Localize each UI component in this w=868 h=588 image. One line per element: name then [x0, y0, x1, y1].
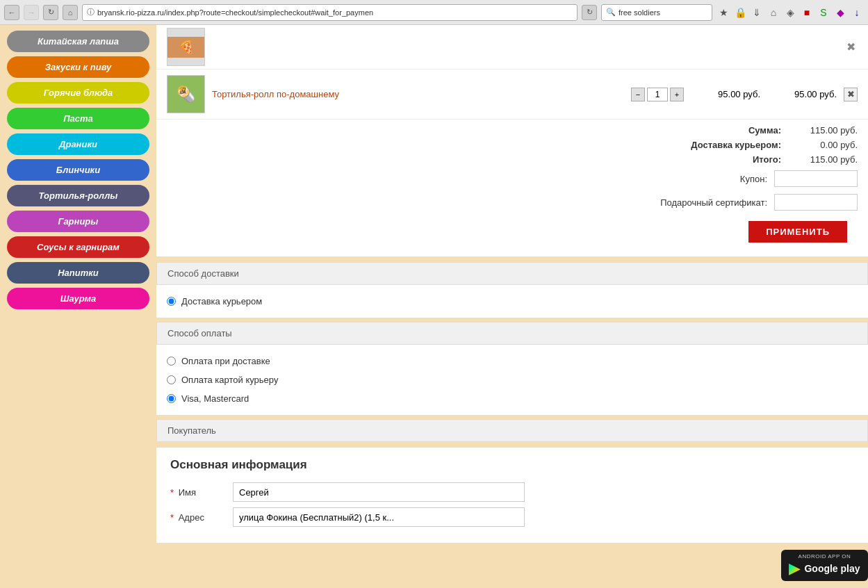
payment-section-header: Способ оплаты [156, 322, 868, 345]
basic-info-title: Основная информация [170, 458, 854, 472]
subtotal-row: Сумма: 115.00 руб. [167, 123, 858, 138]
subtotal-label: Сумма: [748, 125, 781, 136]
payment-visa-label: Visa, Mastercard [181, 393, 249, 404]
search-text: free soldiers [619, 8, 660, 17]
delivery-title: Способ доставки [167, 268, 239, 279]
address-required-star: * [170, 512, 174, 523]
cart-item-tortilla-remove[interactable]: ✖ [844, 88, 858, 101]
browser-chrome: ← → ↻ ⌂ ⓘ bryansk.rio-pizza.ru/index.php… [0, 0, 868, 25]
gp-top-text: ANDROID APP ON [799, 553, 851, 560]
sidebar-item-hot-dishes[interactable]: Горячие блюда [7, 82, 149, 104]
total-value: 115.00 руб. [795, 154, 858, 165]
reload-button[interactable]: ↻ [43, 5, 58, 20]
summary-section: Сумма: 115.00 руб. Доставка курьером: 0.… [156, 120, 868, 256]
delivery-section-header: Способ доставки [156, 262, 868, 285]
qty-increase-tortilla[interactable]: + [670, 88, 684, 101]
delivery-courier-label: Доставка курьером [181, 296, 262, 307]
coupon-input[interactable] [774, 170, 858, 187]
sidebar-item-chinese-noodles[interactable]: Китайская лапша [7, 31, 149, 52]
payment-title: Способ оплаты [167, 328, 232, 338]
cart-item-tortilla-total-price: 95.00 руб. [767, 89, 837, 99]
forward-button[interactable]: → [24, 5, 39, 20]
name-row: * Имя [170, 482, 854, 502]
address-bar[interactable]: ⓘ bryansk.rio-pizza.ru/index.php?route=c… [82, 4, 578, 21]
delivery-courier-option: Доставка курьером [167, 292, 858, 311]
name-label: * Имя [170, 487, 226, 498]
payment-card-courier-radio[interactable] [167, 375, 176, 384]
gp-main-text: Google play [804, 564, 860, 573]
main-layout: Китайская лапша Закуски к пиву Горячие б… [0, 25, 868, 588]
sidebar-item-tortilla-rolls[interactable]: Тортилья-роллы [7, 185, 149, 206]
shield-icon[interactable]: ◈ [783, 6, 797, 19]
gp-text-block: Google play [804, 564, 860, 573]
cart-item-tortilla-name[interactable]: Тортилья-ролл по-домашнему [212, 89, 624, 99]
sidebar: Китайская лапша Закуски к пиву Горячие б… [0, 25, 156, 588]
qty-decrease-tortilla[interactable]: − [631, 88, 645, 101]
payment-visa-option: Visa, Mastercard [167, 389, 858, 408]
ext-icon4[interactable]: ↓ [850, 6, 864, 19]
delivery-label: Доставка курьером: [691, 140, 781, 150]
cart-item-tortilla: 🌯 Тортилья-ролл по-домашнему − 1 + 95.00… [156, 70, 868, 120]
sidebar-item-drinks[interactable]: Напитки [7, 262, 149, 284]
address-input[interactable] [233, 507, 525, 527]
address-label: * Адрес [170, 512, 226, 523]
gift-cert-row: Подарочный сертификат: [167, 190, 858, 214]
address-row: * Адрес [170, 507, 854, 527]
sidebar-item-sauces[interactable]: Соусы к гарнирам [7, 236, 149, 258]
payment-card-courier-label: Оплата картой курьеру [181, 375, 278, 385]
delivery-section-body: Доставка курьером [156, 285, 868, 318]
payment-card-courier-option: Оплата картой курьеру [167, 370, 858, 389]
cart-item-partial-img: 🍕 [167, 28, 205, 66]
name-input[interactable] [233, 482, 525, 502]
payment-cash-label: Оплата при доставке [181, 356, 270, 366]
payment-cash-radio[interactable] [167, 357, 176, 366]
gift-cert-input[interactable] [774, 194, 858, 211]
sidebar-item-draniki[interactable]: Драники [7, 133, 149, 155]
ext-icon1[interactable]: ■ [800, 6, 814, 19]
lock-icon[interactable]: 🔒 [733, 6, 747, 19]
total-label: Итого: [753, 154, 781, 165]
sidebar-item-beer-snacks[interactable]: Закуски к пиву [7, 56, 149, 78]
buyer-title: Покупатель [167, 425, 216, 436]
apply-btn-row: ПРИМЕНИТЬ [167, 214, 858, 253]
coupon-row: Купон: [167, 167, 858, 190]
ext-icon2[interactable]: S [817, 6, 830, 19]
delivery-value: 0.00 руб. [795, 140, 858, 150]
apply-button[interactable]: ПРИМЕНИТЬ [748, 221, 847, 243]
google-play-badge[interactable]: ANDROID APP ON ▶ Google play [781, 550, 868, 581]
sidebar-item-pasta[interactable]: Паста [7, 108, 149, 129]
cart-item-tortilla-img: 🌯 [167, 75, 205, 113]
toolbar-icons: ★ 🔒 ⇓ ⌂ ◈ ■ S ◆ ↓ [716, 6, 864, 19]
back-button[interactable]: ← [4, 5, 19, 20]
payment-section-body: Оплата при доставке Оплата картой курьер… [156, 345, 868, 415]
gp-play-icon: ▶ [789, 560, 801, 578]
star-icon[interactable]: ★ [716, 6, 730, 19]
delivery-courier-radio[interactable] [167, 297, 176, 306]
home-icon[interactable]: ⌂ [767, 6, 780, 19]
qty-control-tortilla: − 1 + [631, 88, 684, 101]
refresh-button[interactable]: ↻ [582, 5, 597, 20]
name-required-star: * [170, 487, 174, 498]
gift-cert-label: Подарочный сертификат: [660, 197, 767, 208]
sidebar-item-pancakes[interactable]: Блинчики [7, 159, 149, 181]
gp-logo-row: ▶ Google play [789, 560, 860, 578]
sidebar-item-shawarma[interactable]: Шаурма [7, 288, 149, 309]
cart-item-tortilla-unit-price: 95.00 руб. [691, 89, 760, 99]
ext-icon3[interactable]: ◆ [833, 6, 847, 19]
download-icon[interactable]: ⇓ [750, 6, 764, 19]
content-area: 🍕 ✖ 🌯 Тортилья-ролл по-домашнему − 1 + 9 [156, 25, 868, 588]
qty-value-tortilla: 1 [647, 88, 668, 101]
total-row: Итого: 115.00 руб. [167, 152, 858, 167]
cart-item-partial: 🍕 ✖ [156, 25, 868, 70]
home-button[interactable]: ⌂ [63, 5, 78, 20]
sidebar-item-garnish[interactable]: Гарниры [7, 211, 149, 232]
cart-item-partial-remove[interactable]: ✖ [844, 40, 858, 54]
payment-visa-radio[interactable] [167, 394, 176, 403]
buyer-section-header: Покупатель [156, 419, 868, 442]
url-text: bryansk.rio-pizza.ru/index.php?route=che… [97, 8, 373, 17]
delivery-row: Доставка курьером: 0.00 руб. [167, 138, 858, 152]
payment-cash-option: Оплата при доставке [167, 352, 858, 370]
cart-section: 🍕 ✖ 🌯 Тортилья-ролл по-домашнему − 1 + 9 [156, 25, 868, 120]
subtotal-value: 115.00 руб. [795, 125, 858, 136]
search-bar[interactable]: 🔍 free soldiers [601, 4, 712, 21]
